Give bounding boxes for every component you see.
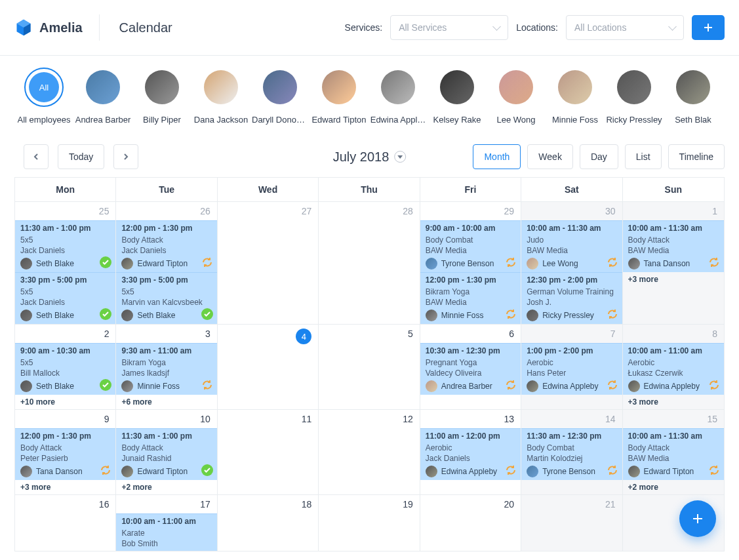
- calendar-event[interactable]: 11:00 am - 12:00 pm Aerobic Jack Daniels…: [420, 428, 521, 480]
- view-month-button[interactable]: Month: [473, 144, 521, 169]
- calendar-cell[interactable]: 8 10:00 am - 11:00 am Aerobic Łukasz Cze…: [623, 325, 724, 410]
- event-time: 10:00 am - 11:00 am: [628, 346, 719, 355]
- more-events-link[interactable]: +6 more: [116, 395, 216, 409]
- avatar: [263, 70, 297, 104]
- event-assignee: Edwina Appleby: [542, 382, 598, 391]
- calendar-cell[interactable]: 13 11:00 am - 12:00 pm Aerobic Jack Dani…: [420, 410, 521, 495]
- calendar-cell[interactable]: 12: [319, 410, 420, 495]
- calendar-event[interactable]: 10:30 am - 12:30 pm Pregnant Yoga Valdec…: [420, 343, 521, 395]
- calendar-cell[interactable]: 30 10:00 am - 11:30 am Judo BAW Media Le…: [521, 202, 622, 325]
- period-dropdown[interactable]: [394, 151, 406, 163]
- calendar-event[interactable]: 3:30 pm - 5:00 pm 5x5 Jack Daniels Seth …: [15, 272, 115, 324]
- calendar-event[interactable]: 9:00 am - 10:30 am 5x5 Bill Mallock Seth…: [15, 343, 115, 395]
- day-number: 1: [623, 202, 724, 220]
- calendar-cell[interactable]: 10 11:30 am - 1:00 pm Body Attack Junaid…: [116, 410, 217, 495]
- calendar-event[interactable]: 3:30 pm - 5:00 pm 5x5 Marvin van Kalcvsb…: [116, 272, 216, 324]
- calendar-event[interactable]: 10:00 am - 11:30 am Judo BAW Media Lee W…: [521, 220, 622, 272]
- calendar-event[interactable]: 1:00 pm - 2:00 pm Aerobic Hans Peter Edw…: [521, 343, 622, 395]
- employee-filter-item[interactable]: Minnie Foss: [546, 70, 605, 125]
- chevron-left-icon: [32, 153, 40, 161]
- add-button[interactable]: [692, 15, 725, 40]
- calendar-event[interactable]: 10:00 am - 11:30 am Body Attack BAW Medi…: [623, 428, 724, 480]
- status-approved-icon: [100, 256, 111, 268]
- status-pending-icon: [607, 308, 618, 320]
- calendar-cell[interactable]: 4: [218, 325, 319, 410]
- view-week-button[interactable]: Week: [527, 144, 573, 169]
- services-select[interactable]: All Services: [390, 15, 508, 40]
- calendar-cell[interactable]: 18: [218, 495, 319, 551]
- more-events-link[interactable]: +3 more: [623, 272, 724, 287]
- calendar-cell[interactable]: 26 12:00 pm - 1:30 pm Body Attack Jack D…: [116, 202, 217, 325]
- calendar-event[interactable]: 11:30 am - 12:30 pm Body Combat Martin K…: [521, 428, 622, 480]
- calendar-event[interactable]: 9:30 am - 11:00 am Bikram Yoga James lka…: [116, 343, 216, 395]
- fab-add-button[interactable]: [679, 500, 716, 537]
- day-number: 19: [319, 495, 419, 513]
- status-pending-icon: [505, 256, 517, 268]
- employee-filter-all[interactable]: All All employees: [14, 70, 73, 125]
- brand[interactable]: Amelia: [14, 14, 100, 41]
- employee-filter-item[interactable]: Andrea Barber: [73, 70, 132, 125]
- calendar-cell[interactable]: 28: [319, 202, 420, 325]
- calendar-event[interactable]: 12:00 pm - 1:30 pm Body Attack Peter Pas…: [15, 428, 115, 480]
- calendar-event[interactable]: 9:00 am - 10:00 am Body Combat BAW Media…: [420, 220, 521, 272]
- calendar-cell[interactable]: 2 9:00 am - 10:30 am 5x5 Bill Mallock Se…: [15, 325, 116, 410]
- calendar-cell[interactable]: 11: [218, 410, 319, 495]
- event-customer: Bob Smith: [121, 539, 211, 548]
- more-events-link[interactable]: +3 more: [623, 395, 724, 409]
- event-title: Body Attack: [121, 443, 211, 452]
- calendar-cell[interactable]: 14 11:30 am - 12:30 pm Body Combat Marti…: [521, 410, 622, 495]
- more-events-link[interactable]: +2 more: [116, 480, 216, 494]
- locations-filter-label: Locations:: [516, 22, 558, 33]
- event-title: German Volume Training: [527, 287, 616, 296]
- calendar-event[interactable]: 10:00 am - 11:00 am Karate Bob Smith: [116, 513, 216, 551]
- more-events-link[interactable]: +2 more: [623, 480, 724, 494]
- calendar-event[interactable]: 12:00 pm - 1:30 pm Body Attack Jack Dani…: [116, 220, 216, 272]
- view-day-button[interactable]: Day: [580, 144, 618, 169]
- calendar-event[interactable]: 10:00 am - 11:00 am Aerobic Łukasz Czerw…: [623, 343, 724, 395]
- calendar-cell[interactable]: 25 11:30 am - 1:00 pm 5x5 Jack Daniels S…: [15, 202, 116, 325]
- calendar-event[interactable]: 11:30 am - 1:00 pm 5x5 Jack Daniels Seth…: [15, 220, 115, 272]
- calendar-event[interactable]: 12:00 pm - 1:30 pm Bikram Yoga BAW Media…: [420, 272, 521, 324]
- employee-filter-item[interactable]: Dana Jackson: [191, 70, 250, 125]
- calendar-cell[interactable]: 20: [420, 495, 521, 551]
- more-events-link[interactable]: +10 more: [15, 395, 115, 409]
- employee-filter-item[interactable]: Kelsey Rake: [428, 70, 487, 125]
- event-time: 10:00 am - 11:00 am: [121, 517, 211, 526]
- calendar-cell[interactable]: 9 12:00 pm - 1:30 pm Body Attack Peter P…: [15, 410, 116, 495]
- assignee-avatar: [628, 466, 640, 477]
- employee-filter-item[interactable]: Billy Piper: [132, 70, 191, 125]
- employee-filter-item[interactable]: Daryll Donov…: [250, 70, 310, 125]
- calendar-event[interactable]: 12:30 pm - 2:00 pm German Volume Trainin…: [521, 272, 622, 324]
- employee-filter-item[interactable]: Lee Wong: [487, 70, 546, 125]
- calendar-cell[interactable]: 6 10:30 am - 12:30 pm Pregnant Yoga Vald…: [420, 325, 521, 410]
- calendar-event[interactable]: 11:30 am - 1:00 pm Body Attack Junaid Ra…: [116, 428, 216, 480]
- calendar-cell[interactable]: 1 10:00 am - 11:30 am Body Attack BAW Me…: [623, 202, 724, 325]
- day-number: 9: [15, 410, 115, 428]
- view-list-button[interactable]: List: [625, 144, 662, 169]
- calendar-cell[interactable]: 21: [521, 495, 622, 551]
- next-period-button[interactable]: [113, 144, 138, 169]
- assignee-avatar: [527, 466, 538, 477]
- day-number: 14: [521, 410, 622, 428]
- calendar-event[interactable]: 10:00 am - 11:30 am Body Attack BAW Medi…: [623, 220, 724, 272]
- locations-select[interactable]: All Locations: [566, 15, 684, 40]
- status-pending-icon: [505, 379, 517, 391]
- employee-filter-item[interactable]: Edward Tipton: [310, 70, 369, 125]
- calendar-cell[interactable]: 3 9:30 am - 11:00 am Bikram Yoga James l…: [116, 325, 217, 410]
- calendar-cell[interactable]: 16: [15, 495, 116, 551]
- calendar-cell[interactable]: 17 10:00 am - 11:00 am Karate Bob Smith: [116, 495, 217, 551]
- view-timeline-button[interactable]: Timeline: [668, 144, 725, 169]
- calendar-cell[interactable]: 7 1:00 pm - 2:00 pm Aerobic Hans Peter E…: [521, 325, 622, 410]
- calendar-cell[interactable]: 29 9:00 am - 10:00 am Body Combat BAW Me…: [420, 202, 521, 325]
- calendar-cell[interactable]: 19: [319, 495, 420, 551]
- employee-filter-item[interactable]: Ricky Pressley: [605, 70, 664, 125]
- more-events-link[interactable]: +3 more: [15, 480, 115, 494]
- employee-filter-item[interactable]: Seth Blak: [664, 70, 723, 125]
- calendar-cell[interactable]: 15 10:00 am - 11:30 am Body Attack BAW M…: [623, 410, 724, 495]
- assignee-avatar: [527, 310, 538, 321]
- calendar-cell[interactable]: 27: [218, 202, 319, 325]
- calendar-cell[interactable]: 5: [319, 325, 420, 410]
- employee-filter-item[interactable]: Edwina Appl…: [369, 70, 428, 125]
- today-button[interactable]: Today: [58, 144, 104, 169]
- prev-period-button[interactable]: [24, 144, 49, 169]
